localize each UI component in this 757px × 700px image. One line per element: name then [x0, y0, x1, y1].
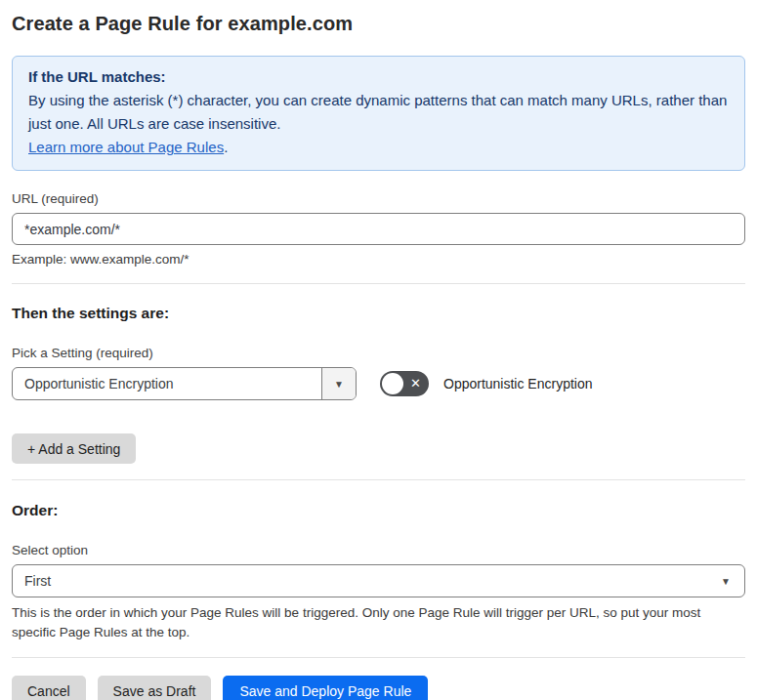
setting-dropdown-value: Opportunistic Encryption	[13, 368, 321, 399]
divider	[12, 657, 745, 658]
chevron-down-icon: ▼	[721, 576, 731, 587]
footer-actions: Cancel Save as Draft Save and Deploy Pag…	[12, 676, 745, 700]
save-draft-button[interactable]: Save as Draft	[98, 676, 212, 700]
toggle-knob	[382, 373, 403, 394]
link-suffix: .	[224, 139, 228, 155]
url-label: URL (required)	[12, 191, 745, 206]
divider	[12, 283, 745, 284]
order-section-heading: Order:	[12, 502, 745, 519]
setting-dropdown[interactable]: Opportunistic Encryption ▼	[12, 367, 357, 400]
chevron-down-icon: ▼	[334, 379, 344, 390]
save-deploy-button[interactable]: Save and Deploy Page Rule	[223, 676, 428, 700]
learn-more-link[interactable]: Learn more about Page Rules	[28, 139, 224, 155]
url-input[interactable]	[12, 213, 745, 245]
order-select[interactable]: First ▼	[12, 564, 745, 597]
toggle-label: Opportunistic Encryption	[443, 376, 593, 391]
page-rule-form: Create a Page Rule for example.com If th…	[0, 0, 757, 700]
info-box-heading: If the URL matches:	[28, 65, 729, 89]
info-box-body: By using the asterisk (*) character, you…	[28, 89, 729, 136]
info-link-row: Learn more about Page Rules.	[28, 139, 228, 155]
settings-section-heading: Then the settings are:	[12, 305, 745, 322]
cancel-button[interactable]: Cancel	[12, 676, 86, 700]
add-setting-button[interactable]: + Add a Setting	[12, 433, 136, 464]
url-match-info-box: If the URL matches: By using the asteris…	[12, 56, 745, 171]
page-title: Create a Page Rule for example.com	[12, 13, 745, 35]
setting-row: Opportunistic Encryption ▼ ✕ Opportunist…	[12, 367, 745, 400]
divider	[12, 479, 745, 480]
toggle-off-x-icon: ✕	[410, 371, 421, 396]
pick-setting-label: Pick a Setting (required)	[12, 346, 745, 360]
opportunistic-encryption-toggle[interactable]: ✕	[380, 371, 429, 396]
order-help-text: This is the order in which your Page Rul…	[12, 603, 742, 642]
setting-dropdown-button[interactable]: ▼	[321, 368, 356, 399]
order-select-value: First	[24, 573, 51, 589]
url-example-text: Example: www.example.com/*	[12, 252, 745, 267]
select-option-label: Select option	[12, 543, 745, 557]
